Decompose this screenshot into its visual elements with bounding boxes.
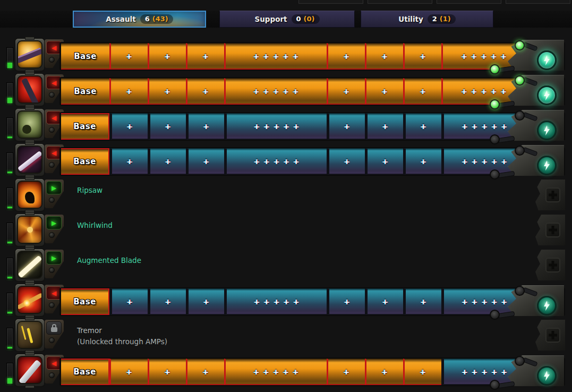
max-tier-button[interactable] [537, 156, 557, 175]
tier-segment[interactable]: + [365, 148, 403, 175]
max-tier-button[interactable] [537, 86, 557, 105]
locked-plus-icon [545, 258, 560, 272]
tier-segment[interactable]: + [186, 78, 224, 105]
max-tier-button[interactable] [537, 366, 557, 386]
ability-row: ◀ Base++++ + + + +++++ + + + + [0, 142, 572, 177]
tab-count: 2 [432, 15, 437, 23]
tier-bar: Base++++ + + + +++++ + + + + [61, 78, 525, 105]
tier-segment[interactable]: + + + + + [224, 288, 327, 315]
screw-icon [49, 302, 55, 308]
tier-segment-label: Base [74, 87, 97, 96]
tier-segment-base[interactable]: Base [61, 148, 109, 175]
tier-segment[interactable]: + [186, 113, 224, 140]
tier-segment-base[interactable]: Base [61, 43, 109, 70]
whirlwind-ability-icon[interactable] [17, 216, 42, 244]
tier-segment-base[interactable]: Base [61, 113, 109, 140]
tier-segment-base[interactable]: Base [61, 78, 109, 105]
tier-segment[interactable]: + + + + + [224, 113, 327, 140]
red-swordgrip-ability-icon[interactable] [17, 75, 42, 104]
tier-segment[interactable]: + [403, 359, 441, 385]
connector-dot [490, 380, 500, 390]
tier-arrow-button[interactable]: ▶ [46, 216, 62, 229]
tier-segment[interactable]: + [109, 288, 148, 315]
tier-segment[interactable]: + [186, 359, 224, 385]
tier-segment[interactable]: + + + + + [224, 78, 327, 105]
tier-segment-label: + + + + + [462, 297, 508, 306]
tier-segment[interactable]: + [148, 288, 186, 315]
tier-segment[interactable]: + [148, 148, 186, 175]
locked-plus-icon [545, 223, 560, 237]
tier-segment[interactable]: + [109, 148, 148, 175]
tier-segment-label: + [126, 297, 133, 306]
lightning-bolt-icon [543, 160, 551, 171]
ability-row: ◀ Base++++ + + + +++++ + + + + [0, 37, 572, 72]
tier-segment[interactable]: + [327, 78, 365, 105]
tier-segment[interactable]: + + + + + [224, 43, 327, 70]
tier-segment[interactable]: + [148, 43, 186, 70]
tier-segment-base[interactable]: Base [61, 288, 109, 315]
fire-claw-ability-icon[interactable] [17, 181, 42, 209]
max-tier-button[interactable] [537, 121, 557, 140]
screw-icon [49, 127, 55, 133]
tier-segment[interactable]: + [365, 359, 403, 385]
tier-segment[interactable]: + [109, 359, 148, 385]
tier-segment[interactable]: + [365, 113, 403, 140]
tier-segment[interactable]: + [327, 43, 365, 70]
tier-segment-label: + [165, 297, 172, 306]
ability-unlock-hint: (Unlocked through AMPs) [77, 336, 167, 347]
red-handorb-ability-icon[interactable] [17, 286, 42, 314]
tier-segment[interactable]: + [327, 148, 365, 175]
top-slot[interactable] [298, 0, 363, 4]
tab-assault[interactable]: Assault 6 (43) [73, 11, 206, 28]
connector-dot [490, 310, 500, 320]
tier-segment[interactable]: + [365, 78, 403, 105]
max-tier-button[interactable] [537, 296, 557, 316]
tier-segment[interactable]: + [327, 359, 365, 385]
rock-crack-ability-icon[interactable] [17, 321, 42, 349]
lightning-bolt-icon [543, 371, 551, 381]
tier-segment[interactable]: + [327, 113, 365, 140]
tier-segment[interactable]: + [186, 288, 224, 315]
tier-segment-base[interactable]: Base [61, 359, 109, 385]
tier-segment[interactable]: + [403, 113, 441, 140]
tier-segment[interactable]: + [109, 78, 148, 105]
top-slot[interactable] [368, 0, 432, 4]
tab-support[interactable]: Support 0 (0) [219, 11, 355, 28]
ability-name: Ripsaw [77, 185, 103, 196]
ability-name: Whirlwind [77, 220, 113, 231]
ability-points-indicator [6, 223, 13, 244]
purple-blade-ability-icon[interactable] [17, 146, 42, 174]
tier-segment-label: + + + + + [461, 52, 507, 61]
tier-segment[interactable]: + + + + + [224, 359, 327, 385]
tier-segment[interactable]: + [148, 113, 186, 140]
pale-blade-ability-icon[interactable] [17, 251, 42, 279]
tier-segment[interactable]: + [148, 78, 186, 105]
top-slot[interactable] [506, 0, 570, 4]
tier-segment-label: + [343, 87, 350, 96]
tier-segment[interactable]: + [186, 148, 224, 175]
tab-bar: Assault 6 (43) Support 0 (0) Utility 2 (… [0, 11, 572, 28]
tier-segment[interactable]: + [365, 288, 403, 315]
tab-count-pill: 6 (43) [140, 14, 173, 24]
green-flail-ability-icon[interactable] [17, 110, 42, 139]
tier-arrow-button[interactable]: ▶ [46, 181, 62, 194]
max-tier-button[interactable] [537, 50, 557, 70]
top-slot[interactable] [437, 0, 501, 4]
tier-segment[interactable]: + [109, 43, 148, 70]
tier-segment[interactable]: + [403, 43, 441, 70]
tier-segment[interactable]: + [403, 148, 441, 175]
ability-row: ▶ Whirlwind [0, 212, 572, 248]
tier-segment[interactable]: + [403, 78, 441, 105]
red-axe-ability-icon[interactable] [17, 356, 42, 384]
tier-segment[interactable]: + [403, 288, 441, 315]
tier-arrow-button[interactable] [46, 321, 62, 335]
gold-slash-ability-icon[interactable] [17, 40, 42, 69]
tier-segment[interactable]: + [365, 43, 403, 70]
tier-segment[interactable]: + [109, 113, 148, 140]
tier-segment[interactable]: + [148, 359, 186, 385]
tier-segment[interactable]: + + + + + [224, 148, 327, 175]
tab-utility[interactable]: Utility 2 (1) [361, 11, 493, 28]
tier-segment[interactable]: + [186, 43, 224, 70]
tier-segment[interactable]: + [327, 288, 365, 315]
tier-arrow-button[interactable]: ▶ [46, 251, 62, 265]
